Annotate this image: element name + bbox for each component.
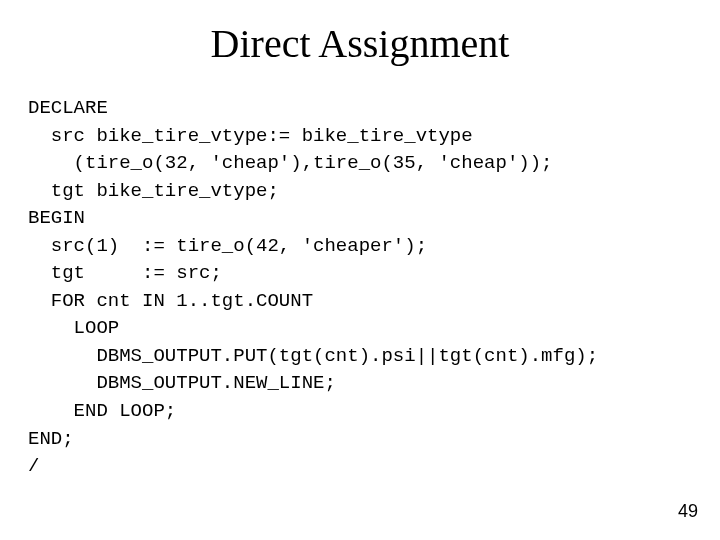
code-block: DECLARE src bike_tire_vtype:= bike_tire_… xyxy=(28,95,720,481)
page-number: 49 xyxy=(678,501,698,522)
slide-title: Direct Assignment xyxy=(0,20,720,67)
slide: Direct Assignment DECLARE src bike_tire_… xyxy=(0,0,720,540)
